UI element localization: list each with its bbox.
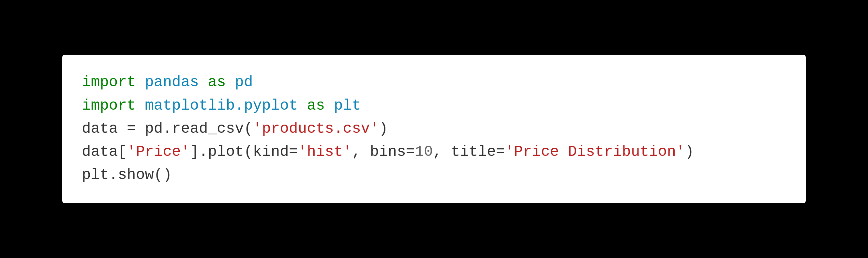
variable-data: data [82, 120, 127, 137]
variable-data: data [82, 144, 118, 160]
paren-open: ( [154, 167, 163, 184]
bracket-close: ] [190, 144, 199, 160]
string-price-distribution: 'Price Distribution' [505, 144, 685, 160]
code-line-5: plt.show() [82, 164, 786, 187]
dot-operator: . [199, 144, 208, 160]
code-line-4: data['Price'].plot(kind='hist', bins=10,… [82, 141, 786, 164]
function-read-csv: read_csv [172, 120, 244, 137]
string-products-csv: 'products.csv' [253, 120, 379, 137]
function-show: show [118, 167, 154, 184]
string-hist: 'hist' [298, 144, 352, 160]
code-block: import pandas as pd import matplotlib.py… [62, 54, 806, 203]
param-title: title [451, 144, 496, 160]
object-pd: pd [136, 120, 163, 137]
operator-equals: = [289, 144, 298, 160]
param-bins: bins [370, 144, 406, 160]
keyword-import: import [82, 74, 136, 91]
paren-close: ) [163, 167, 172, 184]
paren-open: ( [244, 144, 253, 160]
code-line-3: data = pd.read_csv('products.csv') [82, 117, 786, 141]
keyword-as: as [208, 74, 226, 91]
comma: , [433, 144, 451, 160]
dot-operator: . [109, 167, 118, 184]
object-plt: plt [82, 167, 109, 184]
paren-close: ) [685, 144, 694, 160]
paren-open: ( [244, 120, 253, 137]
number-10: 10 [415, 144, 433, 160]
dot-operator: . [163, 120, 172, 137]
comma: , [352, 144, 370, 160]
code-line-1: import pandas as pd [82, 71, 786, 94]
param-kind: kind [253, 144, 289, 160]
alias-pd: pd [235, 74, 253, 91]
alias-plt: plt [334, 97, 361, 114]
module-pandas: pandas [145, 74, 199, 91]
operator-equals: = [406, 144, 415, 160]
function-plot: plot [208, 144, 244, 160]
paren-close: ) [379, 120, 388, 137]
keyword-import: import [82, 97, 136, 114]
operator-equals: = [496, 144, 505, 160]
code-line-2: import matplotlib.pyplot as plt [82, 94, 786, 117]
bracket-open: [ [118, 144, 127, 160]
string-price: 'Price' [127, 144, 190, 160]
operator-equals: = [127, 120, 136, 137]
keyword-as: as [307, 97, 325, 114]
module-matplotlib: matplotlib.pyplot [145, 97, 298, 114]
